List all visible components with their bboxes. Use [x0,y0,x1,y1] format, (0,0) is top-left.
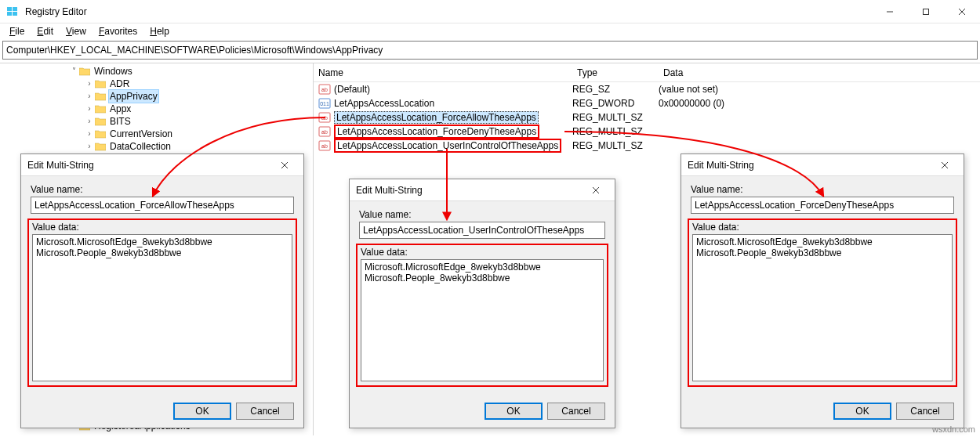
dialog-title-bar[interactable]: Edit Multi-String [350,179,615,201]
expand-icon[interactable]: › [85,128,94,140]
close-button[interactable] [944,0,980,23]
tree-label: BITS [108,115,132,128]
tree-item[interactable]: ›AppPrivacy [0,90,313,103]
dialog-title-bar[interactable]: Edit Multi-String [681,154,964,176]
registry-value-row[interactable]: abLetAppsAccessLocation_UserInControlOfT… [314,139,980,153]
address-bar[interactable]: Computer\HKEY_LOCAL_MACHINE\SOFTWARE\Pol… [2,41,978,60]
app-icon [6,5,19,18]
window-title: Registry Editor [25,6,87,17]
registry-value-row[interactable]: abLetAppsAccessLocation_ForceAllowTheseA… [314,110,980,125]
registry-value-row[interactable]: ab(Default)REG_SZ(value not set) [314,82,980,96]
cancel-button[interactable]: Cancel [896,403,954,420]
value-name-label: Value name: [359,209,605,220]
folder-icon [94,141,107,152]
cancel-button[interactable]: Cancel [547,403,605,420]
expand-icon[interactable]: › [85,90,94,103]
dialog-title-bar[interactable]: Edit Multi-String [21,154,303,176]
tree-item[interactable]: ›ADR [0,78,313,90]
dialog-close-button[interactable] [583,182,608,199]
svg-text:011: 011 [320,101,329,107]
expand-icon[interactable]: › [85,78,94,90]
tree-label: CurrentVersion [108,128,174,140]
svg-rect-1 [13,7,17,11]
dialog-edit-multistring-2: Edit Multi-String Value name: Value data… [349,179,615,428]
string-value-icon: ab [318,139,331,152]
tree-label: DataCollection [108,140,172,153]
tree-item[interactable]: ›DataCollection [0,140,313,153]
menu-edit[interactable]: Edit [31,24,60,38]
tree-label: Windows [93,65,134,78]
svg-text:ab: ab [321,87,328,92]
value-name: LetAppsAccessLocation_UserInControlOfThe… [334,139,572,153]
menu-favorites[interactable]: Favorites [93,24,143,38]
folder-icon [94,103,107,114]
value-name-label: Value name: [691,184,954,195]
dialog-edit-multistring-1: Edit Multi-String Value name: Value data… [20,153,304,428]
title-bar: Registry Editor [0,0,980,23]
value-name-input[interactable] [691,197,954,214]
value-name: LetAppsAccessLocation [334,98,572,109]
value-type: REG_MULTI_SZ [572,140,659,151]
string-value-icon: ab [318,111,331,124]
value-name: LetAppsAccessLocation_ForceDenyTheseApps [334,125,572,139]
value-name-input[interactable] [359,222,605,239]
tree-item[interactable]: ˅ Windows [0,65,313,78]
value-data-label: Value data: [692,222,953,233]
tree-item[interactable]: ›Appx [0,103,313,115]
menu-help[interactable]: Help [143,24,176,38]
value-data-textarea[interactable] [32,234,292,381]
menu-file[interactable]: File [3,24,31,38]
value-data: 0x00000000 (0) [659,98,980,109]
value-name-input[interactable] [31,197,294,214]
folder-icon [94,91,107,102]
svg-text:ab: ab [321,115,328,121]
value-data-textarea[interactable] [361,259,604,381]
value-name: (Default) [334,84,572,95]
value-data-textarea[interactable] [692,234,953,381]
svg-text:ab: ab [321,129,328,135]
value-type: REG_MULTI_SZ [572,126,659,137]
col-type[interactable]: Type [572,67,659,78]
svg-rect-2 [7,12,12,16]
folder-icon [94,78,107,89]
ok-button[interactable]: OK [485,403,543,420]
list-header: Name Type Data [314,63,980,82]
value-data: (value not set) [659,84,980,95]
binary-value-icon: 011 [318,97,331,110]
tree-item[interactable]: ›BITS [0,115,313,128]
watermark: wsxdn.com [932,424,975,434]
value-data-label: Value data: [32,222,292,233]
tree-label: Appx [108,103,132,115]
dialog-title: Edit Multi-String [27,160,272,171]
value-type: REG_SZ [572,84,659,95]
dialog-edit-multistring-3: Edit Multi-String Value name: Value data… [681,153,964,428]
expand-icon[interactable]: › [85,103,94,115]
ok-button[interactable]: OK [173,403,231,420]
minimize-button[interactable] [872,0,908,23]
ok-button[interactable]: OK [833,403,891,420]
folder-icon [94,128,107,139]
maximize-button[interactable] [908,0,944,23]
tree-label: ADR [108,78,131,90]
svg-rect-3 [13,12,17,16]
tree-item[interactable]: ›CurrentVersion [0,128,313,140]
window-controls [872,0,980,23]
dialog-close-button[interactable] [932,157,957,174]
registry-value-row[interactable]: abLetAppsAccessLocation_ForceDenyTheseAp… [314,125,980,139]
tree-label: AppPrivacy [108,89,159,103]
expand-icon[interactable]: › [85,115,94,128]
value-type: REG_DWORD [572,98,659,109]
svg-rect-0 [7,7,12,11]
menu-bar: File Edit View Favorites Help [0,23,980,39]
cancel-button[interactable]: Cancel [236,403,294,420]
col-data[interactable]: Data [659,67,980,78]
menu-view[interactable]: View [60,24,93,38]
expand-icon[interactable]: ˅ [69,65,78,78]
registry-value-row[interactable]: 011LetAppsAccessLocationREG_DWORD0x00000… [314,96,980,110]
folder-icon [78,66,91,77]
folder-icon [94,116,107,127]
col-name[interactable]: Name [314,67,572,78]
dialog-close-button[interactable] [272,157,297,174]
expand-icon[interactable]: › [85,140,94,153]
value-name-label: Value name: [31,184,294,195]
